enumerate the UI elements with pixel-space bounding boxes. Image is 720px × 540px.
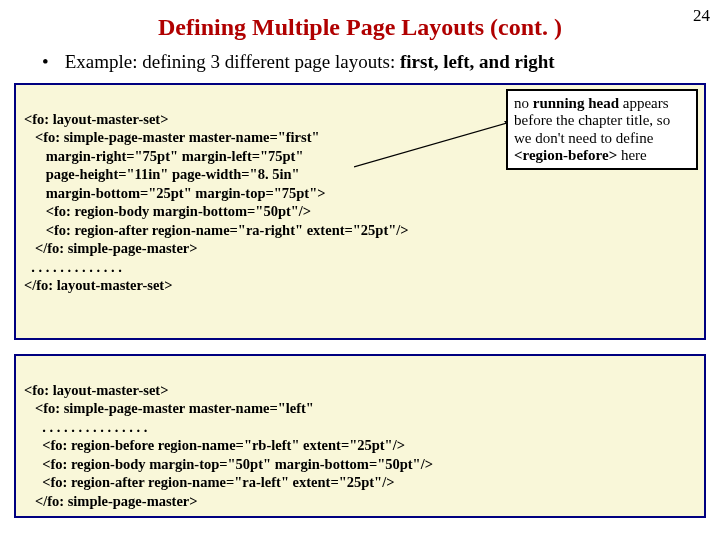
code-line: page-height="11in" page-width="8. 5in" [24,166,300,182]
bullet-text: Example: defining 3 different page layou… [65,51,400,72]
code-line: <fo: layout-master-set> [24,382,168,398]
bullet-dot: • [42,51,60,73]
code-line: <fo: region-after region-name="ra-right"… [24,222,409,238]
callout-text: here [617,147,647,163]
page-number: 24 [693,6,710,26]
callout-text: no [514,95,533,111]
code-line: <fo: region-body margin-bottom="50pt"/> [24,203,311,219]
code-block-first: <fo: layout-master-set> <fo: simple-page… [14,83,706,340]
callout-bold: <region-before> [514,147,617,163]
code-line: . . . . . . . . . . . . . [24,259,122,275]
code-line: </fo: simple-page-master> [24,493,198,509]
code-block-left: <fo: layout-master-set> <fo: simple-page… [14,354,706,518]
callout-bold: running head [533,95,619,111]
code-line: <fo: simple-page-master master-name="fir… [24,129,320,145]
code-line: <fo: region-after region-name="ra-left" … [24,474,394,490]
code-line: <fo: layout-master-set> [24,111,168,127]
example-bullet: • Example: defining 3 different page lay… [42,51,706,73]
bullet-bold: first, left, and right [400,51,555,72]
code-line: . . . . . . . . . . . . . . . [24,419,147,435]
code-line: <fo: region-before region-name="rb-left"… [24,437,405,453]
code-line: </fo: layout-master-set> [24,277,172,293]
callout-box: no running head appears before the chapt… [506,89,698,170]
code-line: <fo: region-body margin-top="50pt" margi… [24,456,433,472]
svg-line-0 [354,121,514,167]
code-line: </fo: simple-page-master> [24,240,198,256]
code-line: <fo: simple-page-master master-name="lef… [24,400,314,416]
callout-arrow [354,119,524,169]
code-line: margin-bottom="25pt" margin-top="75pt"> [24,185,325,201]
code-line: margin-right="75pt" margin-left="75pt" [24,148,304,164]
page-title: Defining Multiple Page Layouts (cont. ) [14,14,706,41]
